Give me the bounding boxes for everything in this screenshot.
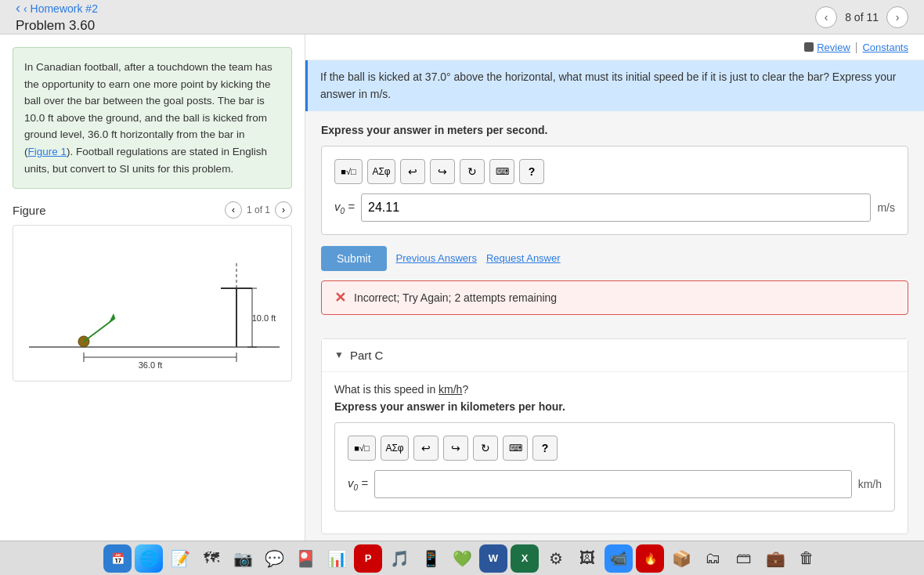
submit-button-b[interactable]: Submit bbox=[321, 246, 387, 271]
error-icon: ✕ bbox=[334, 289, 346, 306]
part-c-section: ▼ Part C What is this speed in km/h? Exp… bbox=[321, 338, 908, 534]
dock-item-appstore[interactable]: 📱 bbox=[417, 544, 445, 573]
dock-item-flash[interactable]: 🔥 bbox=[636, 544, 664, 573]
review-icon bbox=[804, 42, 814, 52]
figure-title: Figure bbox=[13, 204, 46, 217]
answer-input-b[interactable] bbox=[361, 193, 871, 222]
dock-item-word[interactable]: W bbox=[479, 544, 507, 573]
matrix-btn[interactable]: ■√□ bbox=[334, 159, 363, 184]
dock-item-sysprefs[interactable]: ⚙ bbox=[542, 544, 570, 573]
unit-label-b: m/s bbox=[877, 201, 895, 214]
collapse-arrow-c[interactable]: ▼ bbox=[334, 349, 344, 360]
page-indicator: 8 of 11 bbox=[845, 11, 879, 24]
error-text: Incorrect; Try Again; 2 attempts remaini… bbox=[354, 291, 557, 304]
left-panel: In Canadian football, after a touchdown … bbox=[0, 34, 305, 541]
svg-text:10.0 ft: 10.0 ft bbox=[252, 313, 276, 323]
figure-nav: ‹ 1 of 1 › bbox=[225, 201, 292, 219]
problem-title: Problem 3.60 bbox=[16, 18, 98, 34]
back-link[interactable]: ‹ Homework #2 bbox=[16, 0, 98, 16]
dock-item-calendar[interactable]: 📅 bbox=[103, 544, 132, 573]
dock-item-photos[interactable]: 📷 bbox=[229, 544, 257, 573]
refresh-btn[interactable]: ↻ bbox=[460, 159, 485, 184]
answer-input-c[interactable] bbox=[374, 470, 852, 498]
dock-item-itunes[interactable]: 🎵 bbox=[385, 544, 413, 573]
problem-text-1: In Canadian football, after a touchdown … bbox=[24, 61, 273, 157]
undo-btn[interactable]: ↩ bbox=[400, 159, 425, 184]
redo-btn[interactable]: ↪ bbox=[430, 159, 455, 184]
part-c-title: Part C bbox=[350, 349, 384, 362]
toolbar-b: ■√□ AΣφ ↩ ↪ ↻ ⌨ ? bbox=[334, 159, 895, 184]
refresh-btn-c[interactable]: ↻ bbox=[473, 436, 498, 461]
dock-item-trash[interactable]: 🗑 bbox=[792, 544, 821, 573]
highlighted-question: If the ball is kicked at 37.0° above the… bbox=[305, 60, 924, 111]
part-c-header: ▼ Part C bbox=[322, 339, 908, 372]
request-answer-link[interactable]: Request Answer bbox=[486, 252, 561, 264]
figure-header: Figure ‹ 1 of 1 › bbox=[13, 201, 292, 219]
input-row-b: v0 = m/s bbox=[334, 193, 895, 222]
figure-prev-button[interactable]: ‹ bbox=[225, 201, 242, 219]
figure-canvas: 36.0 ft 10.0 ft bbox=[13, 225, 292, 382]
error-box: ✕ Incorrect; Try Again; 2 attempts remai… bbox=[321, 280, 908, 315]
dock-item-notes[interactable]: 📝 bbox=[166, 544, 194, 573]
help-btn-c[interactable]: ? bbox=[532, 436, 558, 461]
part-c-body: What is this speed in km/h? Express your… bbox=[322, 372, 908, 533]
figure-next-button[interactable]: › bbox=[275, 201, 292, 219]
input-row-c: v0 = km/h bbox=[348, 470, 882, 498]
dock-item-app1[interactable]: 📦 bbox=[667, 544, 695, 573]
dock-item-app2[interactable]: 🗂 bbox=[698, 544, 727, 573]
dock-item-finder[interactable]: 🌐 bbox=[135, 544, 163, 573]
dock-item-maps[interactable]: 🗺 bbox=[197, 544, 226, 573]
prev-problem-button[interactable]: ‹ bbox=[815, 6, 837, 28]
undo-btn-c[interactable]: ↩ bbox=[413, 436, 439, 461]
dock-item-whatsapp[interactable]: 💚 bbox=[448, 544, 476, 573]
symbols-btn-c[interactable]: AΣφ bbox=[381, 436, 409, 461]
separator: | bbox=[855, 41, 858, 53]
answer-box-b: ■√□ AΣφ ↩ ↪ ↻ ⌨ ? v0 = m/s bbox=[321, 146, 908, 235]
dock-item-preview[interactable]: 🖼 bbox=[573, 544, 601, 573]
dock-item-photos2[interactable]: 🎴 bbox=[291, 544, 319, 573]
review-bar: Review | Constants bbox=[305, 34, 924, 60]
prev-answers-link[interactable]: Previous Answers bbox=[396, 252, 477, 264]
dock-item-app4[interactable]: 💼 bbox=[761, 544, 789, 573]
part-c-express: Express your answer in kilometers per ho… bbox=[334, 400, 895, 413]
dock-item-excel[interactable]: X bbox=[511, 544, 539, 573]
dock: 📅 🌐 📝 🗺 📷 💬 🎴 📊 P 🎵 📱 💚 W X ⚙ 🖼 📹 🔥 📦 🗂 … bbox=[0, 541, 924, 575]
next-problem-button[interactable]: › bbox=[886, 6, 908, 28]
express-label-b: Express your answer in meters per second… bbox=[321, 124, 908, 136]
problem-description: In Canadian football, after a touchdown … bbox=[13, 47, 292, 189]
figure-section: Figure ‹ 1 of 1 › bbox=[13, 201, 292, 382]
review-link[interactable]: Review bbox=[817, 42, 850, 53]
keyboard-btn[interactable]: ⌨ bbox=[489, 159, 514, 184]
dock-item-messages[interactable]: 💬 bbox=[260, 544, 288, 573]
var-label-b: v0 = bbox=[334, 200, 355, 215]
part-c-question: What is this speed in km/h? bbox=[334, 383, 895, 396]
figure-link[interactable]: Figure 1 bbox=[28, 146, 67, 157]
toolbar-c: ■√□ AΣφ ↩ ↪ ↻ ⌨ ? bbox=[348, 436, 882, 461]
dock-item-zoom[interactable]: 📹 bbox=[605, 544, 633, 573]
var-label-c: v0 = bbox=[348, 476, 368, 492]
svg-text:36.0 ft: 36.0 ft bbox=[139, 360, 163, 370]
symbols-btn[interactable]: AΣφ bbox=[367, 159, 395, 184]
dock-item-facetime[interactable]: 📊 bbox=[323, 544, 351, 573]
action-row-b: Submit Previous Answers Request Answer bbox=[321, 246, 908, 271]
figure-page: 1 of 1 bbox=[247, 204, 270, 215]
answer-section-b: Express your answer in meters per second… bbox=[305, 111, 924, 338]
answer-box-c: ■√□ AΣφ ↩ ↪ ↻ ⌨ ? v0 = bbox=[334, 422, 895, 512]
matrix-btn-c[interactable]: ■√□ bbox=[348, 436, 376, 461]
unit-label-c: km/h bbox=[858, 478, 882, 490]
right-panel: Review | Constants If the ball is kicked… bbox=[305, 34, 924, 541]
redo-btn-c[interactable]: ↪ bbox=[443, 436, 468, 461]
help-btn[interactable]: ? bbox=[519, 159, 544, 184]
main-layout: In Canadian football, after a touchdown … bbox=[0, 34, 924, 541]
dock-item-app3[interactable]: 🗃 bbox=[730, 544, 758, 573]
constants-link[interactable]: Constants bbox=[862, 42, 908, 53]
nav-controls: ‹ 8 of 11 › bbox=[815, 6, 908, 28]
dock-item-powerpoint[interactable]: P bbox=[354, 544, 382, 573]
keyboard-btn-c[interactable]: ⌨ bbox=[503, 436, 528, 461]
top-bar: ‹ Homework #2 Problem 3.60 ‹ 8 of 11 › bbox=[0, 0, 924, 34]
